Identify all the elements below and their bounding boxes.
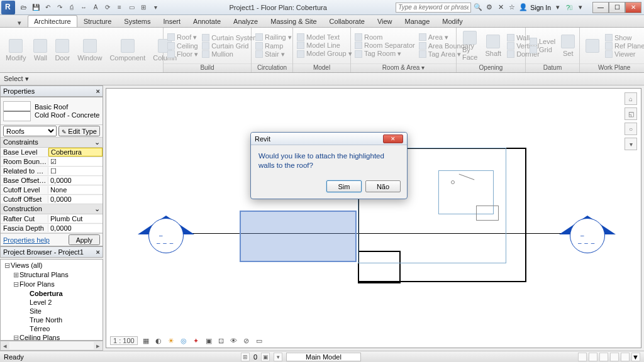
dialog-yes-button[interactable]: Sim xyxy=(326,180,362,192)
dialog-title: Revit xyxy=(255,135,270,143)
dialog-titlebar[interactable]: Revit ✕ xyxy=(251,133,407,145)
modal-overlay: Revit ✕ Would you like to attach the hig… xyxy=(0,0,644,362)
dialog-close-icon[interactable]: ✕ xyxy=(383,134,403,143)
attach-walls-dialog: Revit ✕ Would you like to attach the hig… xyxy=(250,132,408,199)
dialog-no-button[interactable]: Não xyxy=(365,180,401,192)
dialog-message: Would you like to attach the highlighted… xyxy=(251,145,407,177)
